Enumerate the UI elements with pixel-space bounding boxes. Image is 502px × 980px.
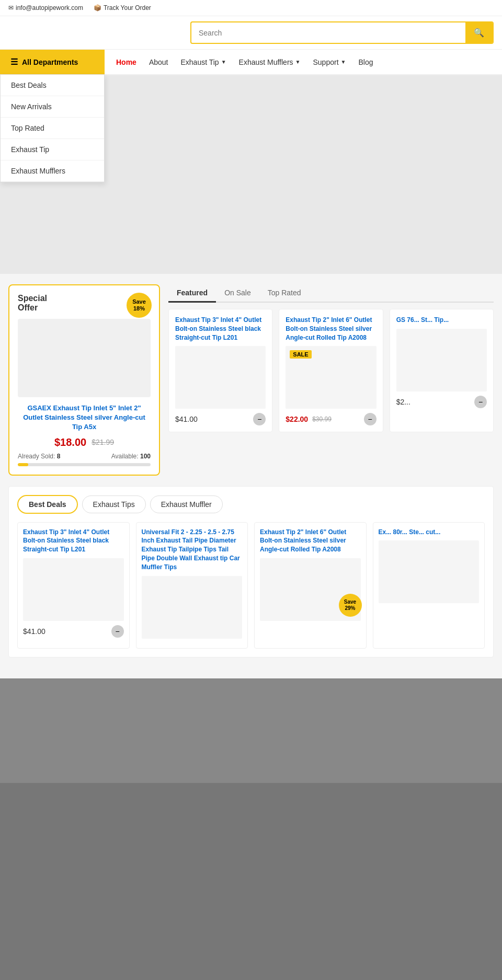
cat-product-1-price-row: $41.00 − — [23, 625, 124, 638]
cat-product-2: Universal Fit 2 - 2.25 - 2.5 - 2.75 Inch… — [136, 522, 248, 649]
category-tab-best-deals[interactable]: Best Deals — [17, 495, 78, 514]
nav-support[interactable]: Support ▼ — [306, 51, 352, 74]
category-tab-exhaust-tips[interactable]: Exhaust Tips — [82, 495, 146, 513]
featured-product-1-price: $41.00 — [175, 415, 198, 423]
offer-product-title[interactable]: GSAEX Exhaust Tip Inlet 5" Inlet 2" Outl… — [18, 403, 151, 432]
featured-product-3-title[interactable]: GS 76... St... Tip... — [396, 316, 487, 325]
offer-price-original: $21.99 — [92, 438, 114, 446]
nav-home[interactable]: Home — [110, 51, 143, 74]
exhaust-tip-caret: ▼ — [221, 59, 226, 65]
category-tab-exhaust-muffler[interactable]: Exhaust Muffler — [150, 495, 223, 513]
available-count: 100 — [140, 453, 151, 460]
available-label: Available: 100 — [111, 453, 151, 460]
offer-price-row: $18.00 $21.99 — [18, 436, 151, 448]
featured-product-3: GS 76... St... Tip... $2... − — [390, 309, 494, 432]
featured-product-1-add-to-cart[interactable]: − — [253, 413, 266, 425]
tab-top-rated[interactable]: Top Rated — [259, 284, 310, 303]
dropdown-item-top-rated[interactable]: Top Rated — [1, 118, 104, 139]
cat-product-4: Ex... 80r... Ste... cut... — [373, 522, 485, 649]
cat-product-4-image — [379, 540, 480, 603]
all-departments-label: All Departments — [22, 58, 78, 66]
featured-products-grid: Exhaust Tip 3" Inlet 4" Outlet Bolt-on S… — [168, 309, 494, 432]
save-badge: Save 18% — [127, 293, 152, 318]
nav-exhaust-mufflers[interactable]: Exhaust Mufflers ▼ — [233, 51, 307, 74]
header: 🔍 — [0, 16, 502, 50]
dropdown-item-best-deals[interactable]: Best Deals — [1, 75, 104, 96]
featured-section: Featured On Sale Top Rated Exhaust Tip 3… — [168, 284, 494, 476]
nav-blog[interactable]: Blog — [352, 51, 379, 74]
sale-badge-2: SALE — [290, 350, 311, 359]
featured-product-1: Exhaust Tip 3" Inlet 4" Outlet Bolt-on S… — [168, 309, 272, 432]
featured-product-1-price-row: $41.00 − — [175, 413, 266, 425]
cat-product-3-title[interactable]: Exhaust Tip 2" Inlet 6" Outlet Bolt-on S… — [260, 528, 361, 554]
content-area: Special Offer Save 18% GSAEX Exhaust Tip… — [0, 274, 502, 668]
featured-product-3-image — [396, 329, 487, 391]
cat-product-2-image — [142, 576, 243, 639]
dropdown-item-new-arrivals[interactable]: New Arrivals — [1, 96, 104, 118]
featured-product-2-price-sale: $22.00 — [286, 415, 308, 423]
email-info: ✉ info@autopipework.com — [8, 4, 83, 11]
featured-product-1-image — [175, 346, 266, 409]
top-bar: ✉ info@autopipework.com 📦 Track Your Ord… — [0, 0, 502, 16]
featured-product-1-title[interactable]: Exhaust Tip 3" Inlet 4" Outlet Bolt-on S… — [175, 316, 266, 342]
cat-product-2-title[interactable]: Universal Fit 2 - 2.25 - 2.5 - 2.75 Inch… — [142, 528, 243, 572]
offer-sold-row: Already Sold: 8 Available: 100 — [18, 453, 151, 460]
track-order[interactable]: 📦 Track Your Order — [94, 4, 151, 11]
promo-section: Special Offer Save 18% GSAEX Exhaust Tip… — [8, 284, 494, 476]
email-icon: ✉ — [8, 4, 14, 11]
search-input[interactable] — [191, 24, 465, 42]
offer-image — [18, 319, 151, 397]
featured-product-2-add-to-cart[interactable]: − — [364, 413, 376, 425]
gray-footer-area — [0, 678, 502, 783]
cat-product-1-add-cart[interactable]: − — [111, 625, 124, 638]
nav-exhaust-tip[interactable]: Exhaust Tip ▼ — [175, 51, 233, 74]
cat-product-1-price: $41.00 — [23, 627, 45, 636]
search-button[interactable]: 🔍 — [465, 22, 493, 43]
offer-progress-fill — [18, 463, 28, 466]
featured-product-2-price-row: $22.00 $30.99 − — [286, 413, 376, 425]
offer-progress-bar — [18, 463, 151, 466]
support-caret: ▼ — [341, 59, 346, 65]
bottom-area — [0, 783, 502, 980]
category-section: Best Deals Exhaust Tips Exhaust Muffler … — [8, 486, 494, 658]
featured-product-3-price: $2... — [396, 398, 410, 406]
nav-links: Home About Exhaust Tip ▼ Exhaust Muffler… — [105, 51, 384, 74]
tab-featured[interactable]: Featured — [168, 284, 216, 303]
dropdown-item-exhaust-tip[interactable]: Exhaust Tip — [1, 139, 104, 160]
featured-product-2-title[interactable]: Exhaust Tip 2" Inlet 6" Outlet Bolt-on S… — [286, 316, 376, 342]
cat-product-3: Exhaust Tip 2" Inlet 6" Outlet Bolt-on S… — [254, 522, 367, 649]
cat-product-1: Exhaust Tip 3" Inlet 4" Outlet Bolt-on S… — [17, 522, 130, 649]
featured-product-3-add-to-cart[interactable]: − — [474, 396, 487, 408]
hamburger-icon: ☰ — [10, 57, 18, 67]
all-departments-button[interactable]: ☰ All Departments — [0, 50, 105, 74]
sold-label: Already Sold: 8 — [18, 453, 60, 460]
track-text: Track Your Order — [104, 4, 151, 11]
featured-tabs-row: Featured On Sale Top Rated — [168, 284, 494, 303]
nav-about[interactable]: About — [143, 51, 175, 74]
offer-price-current: $18.00 — [54, 436, 86, 448]
search-container: 🔍 — [190, 21, 494, 44]
cat-product-1-title[interactable]: Exhaust Tip 3" Inlet 4" Outlet Bolt-on S… — [23, 528, 124, 554]
search-icon: 🔍 — [474, 28, 484, 37]
category-product-grid: Exhaust Tip 3" Inlet 4" Outlet Bolt-on S… — [17, 522, 485, 649]
featured-product-3-price-row: $2... − — [396, 396, 487, 408]
tab-on-sale[interactable]: On Sale — [216, 284, 259, 303]
departments-dropdown: Best Deals New Arrivals Top Rated Exhaus… — [0, 74, 105, 182]
email-text: info@autopipework.com — [16, 4, 83, 11]
cat-product-3-save-badge: Save 29% — [339, 594, 362, 617]
featured-product-2: Exhaust Tip 2" Inlet 6" Outlet Bolt-on S… — [279, 309, 383, 432]
dropdown-item-exhaust-mufflers[interactable]: Exhaust Mufflers — [1, 160, 104, 182]
track-icon: 📦 — [94, 4, 101, 11]
cat-product-1-image — [23, 558, 124, 621]
category-tabs-row: Best Deals Exhaust Tips Exhaust Muffler — [17, 495, 485, 514]
featured-product-2-price-orig: $30.99 — [312, 416, 332, 423]
sold-count: 8 — [57, 453, 61, 460]
featured-product-2-image: SALE — [286, 346, 376, 409]
nav-bar: ☰ All Departments Best Deals New Arrival… — [0, 50, 502, 75]
exhaust-mufflers-caret: ▼ — [295, 59, 301, 65]
special-offer-card: Special Offer Save 18% GSAEX Exhaust Tip… — [8, 284, 160, 476]
cat-product-4-title[interactable]: Ex... 80r... Ste... cut... — [379, 528, 480, 537]
